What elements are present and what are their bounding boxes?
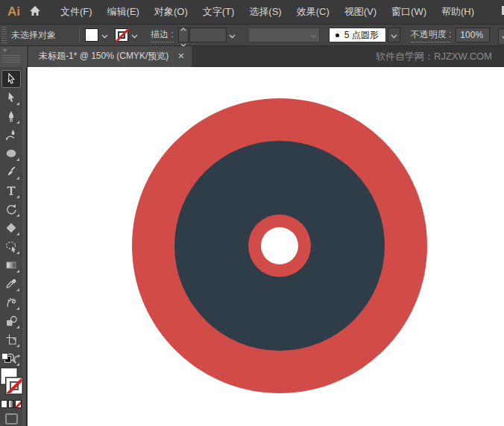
divider — [79, 28, 80, 42]
menu-item-6[interactable]: 视图(V) — [337, 0, 384, 24]
flyout-indicator — [16, 158, 19, 161]
swap-fill-stroke-icon[interactable] — [12, 352, 21, 366]
artboard-canvas[interactable] — [28, 67, 504, 426]
chevron-down-icon — [502, 30, 504, 43]
menu-item-7[interactable]: 窗口(W) — [384, 0, 434, 24]
flyout-indicator — [16, 121, 19, 124]
brush-preset-value: 5 点圆形 — [344, 29, 379, 42]
menu-item-8[interactable]: 帮助(H) — [434, 0, 482, 24]
flyout-indicator — [16, 288, 19, 291]
type-tool[interactable] — [1, 182, 21, 200]
control-bar: 未选择对象 描边 : — [0, 24, 504, 46]
stroke-weight-dropdown-button[interactable] — [227, 28, 238, 42]
menu-bar: Ai 文件(F)编辑(E)对象(O)文字(T)选择(S)效果(C)视图(V)窗口… — [0, 0, 504, 24]
selection-status-label: 未选择对象 — [11, 29, 74, 42]
stroke-color-swatch[interactable] — [115, 28, 128, 42]
fill-color-swatch[interactable] — [85, 28, 98, 42]
brush-bullet-icon — [336, 34, 339, 37]
gradient-mode-button[interactable] — [8, 400, 15, 408]
none-mode-button[interactable] — [15, 400, 22, 408]
chevron-down-icon — [101, 28, 108, 42]
fill-color-dropdown-button[interactable] — [99, 28, 110, 42]
main-menu: 文件(F)编辑(E)对象(O)文字(T)选择(S)效果(C)视图(V)窗口(W)… — [53, 0, 482, 24]
menu-item-2[interactable]: 对象(O) — [147, 0, 195, 24]
chevron-down-icon — [131, 28, 138, 42]
flyout-indicator — [16, 251, 19, 254]
menu-item-5[interactable]: 效果(C) — [289, 0, 337, 24]
document-tab[interactable]: 未标题-1* @ 150% (CMYK/预览) ✕ — [28, 46, 192, 67]
rotate-tool[interactable] — [1, 200, 21, 218]
document-tab-title: 未标题-1* @ 150% (CMYK/预览) — [39, 50, 168, 63]
chevron-down-icon — [310, 28, 317, 42]
flyout-indicator — [16, 307, 19, 310]
drawing-mode-button[interactable] — [5, 413, 18, 425]
selection-tool[interactable] — [1, 70, 21, 88]
default-fill-stroke-icon[interactable] — [1, 352, 11, 366]
color-mode-button[interactable] — [1, 400, 7, 408]
gradient-tool[interactable] — [1, 256, 21, 274]
watermark-text: 软件自学网：RJZXW.COM — [376, 50, 504, 63]
eraser-tool[interactable] — [1, 219, 21, 237]
workspace-layout-icon — [501, 5, 504, 19]
menu-item-0[interactable]: 文件(F) — [53, 0, 100, 24]
flyout-indicator — [16, 270, 19, 273]
blend-tool[interactable] — [1, 312, 21, 330]
symbol-sprayer-tool[interactable] — [1, 293, 21, 311]
shape-builder-tool[interactable] — [1, 238, 21, 255]
close-icon[interactable]: ✕ — [177, 51, 184, 61]
chevron-down-icon — [391, 28, 397, 42]
stroke-panel-link[interactable]: 描边 : — [151, 28, 174, 42]
stroke-weight-input[interactable] — [189, 28, 227, 42]
tools-column — [0, 67, 22, 426]
panel-grip-handle[interactable] — [1, 27, 7, 43]
menu-item-1[interactable]: 编辑(E) — [100, 0, 147, 24]
panel-grip-handle[interactable] — [2, 55, 20, 63]
stroke-swatch[interactable] — [6, 378, 22, 394]
tab-row: » 未标题-1* @ 150% (CMYK/预览) ✕ 软件自学网：RJZXW.… — [0, 46, 504, 67]
flyout-indicator — [16, 102, 19, 105]
ellipse-tool[interactable] — [1, 144, 21, 162]
brush-preset-dropdown-button[interactable] — [388, 28, 400, 42]
workspace-switcher-button[interactable] — [497, 5, 504, 19]
opacity-input[interactable]: 100% — [456, 28, 490, 42]
stroke-weight-stepper[interactable] — [178, 28, 189, 42]
width-profile-dropdown — [248, 28, 320, 42]
flyout-indicator — [16, 232, 19, 235]
curvature-tool[interactable] — [1, 126, 21, 144]
opacity-panel-link[interactable]: 不透明度 : — [411, 28, 452, 42]
illustrator-logo[interactable]: Ai — [7, 4, 20, 19]
artwork — [28, 67, 504, 426]
flyout-indicator — [16, 214, 19, 217]
menu-item-4[interactable]: 选择(S) — [242, 0, 289, 24]
opacity-dropdown-button[interactable] — [498, 28, 504, 45]
home-button[interactable] — [29, 2, 41, 22]
menu-item-3[interactable]: 文字(T) — [195, 0, 242, 24]
eyedropper-tool[interactable] — [1, 275, 21, 293]
chevron-down-icon — [229, 28, 236, 42]
flyout-indicator — [16, 177, 19, 179]
artwork-circle-3[interactable] — [261, 227, 298, 264]
toolbar-bottom-controls — [0, 352, 22, 425]
flyout-indicator — [16, 344, 19, 347]
artboard-tool[interactable] — [1, 331, 21, 349]
tools-stack — [0, 67, 22, 368]
brush-preset-dropdown[interactable]: 5 点圆形 — [329, 28, 386, 42]
home-icon — [29, 5, 41, 19]
stroke-color-dropdown-button[interactable] — [129, 28, 140, 42]
document-tab-bar: 未标题-1* @ 150% (CMYK/预览) ✕ 软件自学网：RJZXW.CO… — [27, 46, 504, 67]
tools-panel — [0, 67, 27, 426]
flyout-indicator — [16, 325, 19, 328]
tools-panel-header: » — [0, 46, 27, 67]
paintbrush-tool[interactable] — [1, 163, 21, 181]
direct-selection-tool[interactable] — [1, 89, 21, 106]
flyout-indicator — [16, 195, 19, 198]
pen-tool[interactable] — [1, 107, 21, 125]
expand-panel-icon[interactable]: » — [3, 46, 7, 54]
chevron-up-icon — [180, 21, 186, 34]
